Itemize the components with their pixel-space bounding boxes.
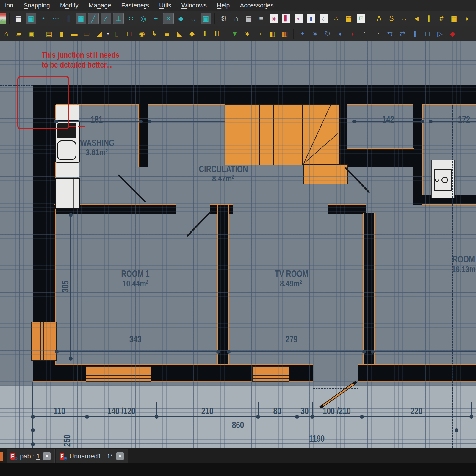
pipe-icon[interactable]: ↳: [149, 28, 160, 39]
column-icon[interactable]: ▮: [56, 28, 67, 39]
menu-item-windows[interactable]: Windows: [176, 1, 212, 10]
dim-220[interactable]: 220: [411, 406, 422, 416]
tab-unnamed1[interactable]: F⚙ Unnamed1 : 1* ×: [56, 449, 128, 463]
building-icon[interactable]: ▣: [26, 28, 37, 39]
stair-landing[interactable]: [303, 164, 348, 184]
material-icon[interactable]: ∴: [331, 13, 342, 24]
preferences-icon[interactable]: ⚙: [218, 13, 229, 24]
heal-icon[interactable]: ◆: [447, 28, 458, 39]
window-tv[interactable]: [252, 366, 289, 382]
working-plane-proxy-icon[interactable]: →: [0, 13, 6, 24]
window-room1[interactable]: [86, 366, 151, 382]
label-icon[interactable]: ◄: [411, 13, 422, 24]
axis-system-icon[interactable]: #: [436, 13, 447, 24]
ramp-icon[interactable]: ◣: [174, 28, 185, 39]
tab-pab-close-icon[interactable]: ×: [43, 452, 51, 460]
dim-142[interactable]: 142: [382, 114, 394, 125]
slab-icon[interactable]: ▭: [81, 28, 92, 39]
dim-110[interactable]: 110: [54, 406, 65, 416]
join-icon[interactable]: ⇄: [397, 28, 408, 39]
snap-special-icon[interactable]: ×: [163, 13, 174, 24]
trim-icon[interactable]: ∦: [410, 28, 420, 39]
menu-item-fasteners[interactable]: Fasteners: [116, 1, 154, 10]
snap-lock-icon[interactable]: ▣: [26, 13, 36, 24]
annotation-text-icon[interactable]: A: [374, 13, 384, 24]
wall-top[interactable]: [33, 85, 476, 104]
dim-305[interactable]: 305: [60, 281, 71, 292]
add-component-icon[interactable]: ▼: [229, 28, 240, 39]
doc-shapes-icon[interactable]: ◇: [320, 14, 328, 23]
room-label-right[interactable]: ROOM: [452, 254, 475, 265]
dim-30[interactable]: 30: [301, 406, 309, 416]
cut-box-icon[interactable]: ▥: [279, 28, 290, 39]
bim-welcome-icon[interactable]: ⌂: [231, 13, 242, 24]
fence-icon[interactable]: Ⅲ: [212, 28, 222, 39]
move-icon[interactable]: +: [297, 28, 308, 39]
opening-icon[interactable]: ◉: [137, 28, 147, 39]
snap-angle-icon[interactable]: ∕: [101, 13, 111, 24]
tab-unnamed1-close-icon[interactable]: ×: [116, 452, 124, 460]
drawing-viewport[interactable]: This junction still needs to be detailed…: [0, 41, 476, 448]
doc-pie-chart-icon[interactable]: ◐: [295, 14, 303, 23]
dimension-icon[interactable]: ↔: [399, 13, 409, 24]
nest-icon[interactable]: ◧: [267, 28, 278, 39]
checklist-icon[interactable]: ☑: [357, 14, 365, 23]
snap-intersection-icon[interactable]: +: [151, 13, 161, 24]
wall-bottom-right[interactable]: [358, 365, 476, 382]
dim-210[interactable]: 210: [201, 406, 213, 416]
snap-perpendicular-icon[interactable]: ⊥: [113, 13, 124, 24]
room-label-circulation[interactable]: CIRCULATION: [199, 164, 248, 175]
dim-100-210[interactable]: 100 /210: [323, 406, 351, 416]
menu-item-accessories[interactable]: Accessories: [235, 1, 278, 10]
room-area-washing[interactable]: 3.81m²: [86, 147, 108, 157]
menu-item-utils[interactable]: Utils: [154, 1, 176, 10]
align-icon[interactable]: ∗: [310, 28, 320, 39]
snap-extension-icon[interactable]: ╱: [88, 13, 99, 24]
views-manager-icon[interactable]: ◉: [270, 14, 278, 23]
snap-center-icon[interactable]: ◎: [138, 13, 149, 24]
window-icon[interactable]: □: [124, 28, 135, 39]
grid-toggle-icon[interactable]: ▦: [13, 13, 24, 24]
menu-item-snapping[interactable]: Snapping: [18, 1, 55, 10]
washing-machine[interactable]: [55, 178, 80, 209]
chamfer-icon[interactable]: ◝: [372, 28, 383, 39]
array-icon[interactable]: □: [422, 28, 433, 39]
wall-right-vert[interactable]: [413, 104, 422, 205]
room-area-right[interactable]: 16.13m²: [452, 264, 476, 274]
snap-ortho-icon[interactable]: ∷: [126, 13, 136, 24]
doc-pages-icon[interactable]: ▮: [307, 14, 315, 23]
dim-250[interactable]: 250: [62, 435, 73, 447]
tab-pab[interactable]: F⚙ pab : 1 ×: [7, 449, 55, 463]
menu-item-ion[interactable]: ion: [0, 1, 18, 10]
snap-working-plane-icon[interactable]: ▣: [201, 13, 211, 24]
draft-to-sketch-icon[interactable]: ▷: [435, 28, 445, 39]
equipment-icon[interactable]: ◆: [187, 28, 197, 39]
snap-endpoint-icon[interactable]: •: [38, 13, 49, 24]
project-icon[interactable]: ⌂: [1, 28, 12, 39]
wall-tv-right-vert[interactable]: [364, 213, 374, 365]
fillet-icon[interactable]: ◜: [360, 28, 370, 39]
snap-midpoint-icon[interactable]: ⋯: [51, 13, 61, 24]
roof-dropdown-icon[interactable]: ▾: [105, 28, 111, 39]
frame-icon[interactable]: Ⅲ: [199, 28, 210, 39]
room-area-room1[interactable]: 10.44m²: [122, 278, 148, 289]
door-icon[interactable]: ▯: [112, 28, 122, 39]
menu-item-modify[interactable]: Modify: [55, 1, 84, 10]
room-label-room1[interactable]: ROOM 1: [121, 269, 149, 279]
dim-860[interactable]: 860: [232, 420, 244, 430]
wall-room-divider[interactable]: [218, 205, 228, 365]
dim-343[interactable]: 343: [129, 334, 141, 345]
snap-grid-icon[interactable]: ▦: [76, 13, 86, 24]
stretch-icon[interactable]: ◗: [347, 28, 358, 39]
dim-80[interactable]: 80: [273, 406, 281, 416]
section-plane-icon[interactable]: ◑: [461, 13, 472, 24]
snap-near-icon[interactable]: ◆: [176, 13, 186, 24]
axis-icon[interactable]: ∥: [424, 13, 434, 24]
bim-layers-icon[interactable]: ≡: [256, 13, 267, 24]
roof-icon[interactable]: ◢: [94, 28, 104, 39]
snap-parallel-icon[interactable]: ∥: [63, 13, 74, 24]
wall-washing-right[interactable]: [139, 104, 148, 167]
mesh-component-icon[interactable]: ∗: [242, 28, 253, 39]
bim-project-icon[interactable]: ▤: [243, 13, 254, 24]
annotation-note[interactable]: This junction still needs to be detailed…: [42, 50, 120, 70]
